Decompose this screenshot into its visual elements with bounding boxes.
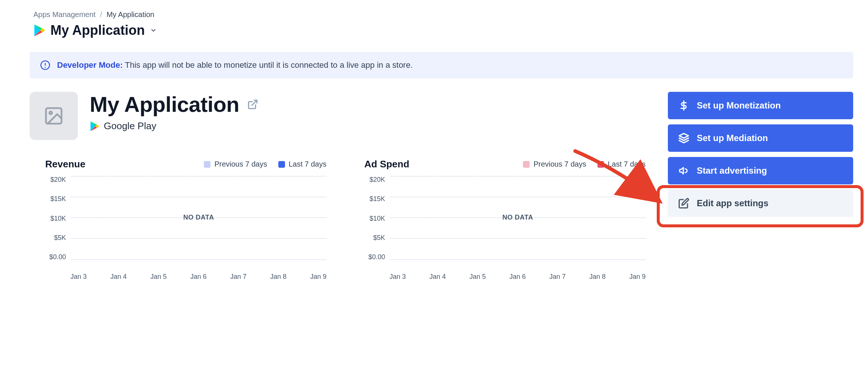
y-tick: $5K bbox=[373, 234, 385, 242]
x-tick: Jan 7 bbox=[549, 273, 566, 281]
app-header: My Application Google Play bbox=[30, 92, 646, 140]
setup-monetization-button[interactable]: Set up Monetization bbox=[668, 92, 853, 119]
developer-mode-banner: Developer Mode: This app will not be abl… bbox=[30, 52, 853, 78]
chart-revenue: Revenue Previous 7 days Last 7 days bbox=[30, 158, 327, 281]
chart-no-data: NO DATA bbox=[71, 214, 327, 221]
breadcrumb-root[interactable]: Apps Management bbox=[33, 10, 96, 19]
button-label: Start advertising bbox=[697, 166, 767, 176]
y-tick: $20K bbox=[50, 176, 66, 184]
x-tick: Jan 8 bbox=[589, 273, 606, 281]
button-label: Set up Monetization bbox=[697, 100, 781, 111]
x-tick: Jan 8 bbox=[270, 273, 286, 281]
image-placeholder-icon bbox=[43, 106, 64, 126]
banner-label: Developer Mode: bbox=[57, 60, 123, 70]
legend-swatch-prev bbox=[204, 161, 211, 168]
x-tick: Jan 6 bbox=[509, 273, 526, 281]
chart-title-adspend: Ad Spend bbox=[349, 158, 409, 170]
layers-icon bbox=[678, 133, 689, 144]
legend-label: Last 7 days bbox=[608, 160, 646, 168]
app-switcher-title: My Application bbox=[50, 23, 145, 38]
info-icon bbox=[40, 60, 50, 70]
app-switcher[interactable]: My Application bbox=[15, 23, 157, 38]
y-tick: $10K bbox=[50, 215, 66, 223]
legend-item: Last 7 days bbox=[278, 160, 327, 168]
chart-no-data: NO DATA bbox=[390, 214, 646, 221]
store-row: Google Play bbox=[90, 120, 258, 132]
app-icon-placeholder bbox=[30, 92, 78, 140]
svg-line-5 bbox=[252, 100, 257, 105]
megaphone-icon bbox=[678, 165, 689, 176]
y-tick: $10K bbox=[370, 215, 385, 223]
x-tick: Jan 7 bbox=[230, 273, 246, 281]
legend-label: Previous 7 days bbox=[214, 160, 267, 168]
breadcrumb: Apps Management / My Application bbox=[15, 10, 853, 19]
y-tick: $15K bbox=[370, 195, 385, 203]
banner-text: This app will not be able to monetize un… bbox=[125, 60, 413, 70]
x-tick: Jan 5 bbox=[150, 273, 167, 281]
y-tick: $0.00 bbox=[368, 253, 385, 261]
y-tick: $20K bbox=[370, 176, 385, 184]
x-tick: Jan 5 bbox=[470, 273, 486, 281]
legend-item: Previous 7 days bbox=[523, 160, 586, 168]
legend-label: Previous 7 days bbox=[533, 160, 586, 168]
svg-point-4 bbox=[49, 111, 52, 114]
chart-plot-revenue: NO DATA bbox=[70, 174, 327, 270]
chevron-down-icon bbox=[150, 27, 157, 34]
y-tick: $5K bbox=[54, 234, 66, 242]
x-tick: Jan 3 bbox=[390, 273, 406, 281]
chart-x-axis: Jan 3 Jan 4 Jan 5 Jan 6 Jan 7 Jan 8 Jan … bbox=[349, 273, 646, 281]
x-tick: Jan 6 bbox=[190, 273, 206, 281]
chart-y-axis: $20K $15K $10K $5K $0.00 bbox=[30, 174, 70, 270]
edit-app-settings-button[interactable]: Edit app settings bbox=[668, 190, 853, 217]
legend-swatch-last bbox=[278, 161, 285, 168]
google-play-icon bbox=[90, 121, 99, 131]
svg-marker-7 bbox=[679, 134, 689, 138]
chart-title-revenue: Revenue bbox=[30, 158, 85, 170]
legend-item: Previous 7 days bbox=[204, 160, 267, 168]
svg-point-2 bbox=[45, 67, 46, 68]
setup-mediation-button[interactable]: Set up Mediation bbox=[668, 124, 853, 152]
chart-adspend: Ad Spend Previous 7 days Last 7 days bbox=[349, 158, 646, 281]
google-play-icon bbox=[33, 24, 45, 37]
page-title: My Application bbox=[90, 92, 239, 117]
x-tick: Jan 9 bbox=[629, 273, 646, 281]
chart-legend-adspend: Previous 7 days Last 7 days bbox=[523, 160, 646, 168]
y-tick: $0.00 bbox=[49, 253, 66, 261]
y-tick: $15K bbox=[50, 195, 66, 203]
chart-plot-adspend: NO DATA bbox=[390, 174, 646, 270]
x-tick: Jan 3 bbox=[70, 273, 87, 281]
store-name: Google Play bbox=[104, 120, 156, 132]
x-tick: Jan 9 bbox=[310, 273, 327, 281]
breadcrumb-current: My Application bbox=[106, 10, 154, 19]
breadcrumb-separator: / bbox=[100, 10, 102, 19]
legend-item: Last 7 days bbox=[597, 160, 646, 168]
legend-swatch-prev bbox=[523, 161, 530, 168]
start-advertising-button[interactable]: Start advertising bbox=[668, 157, 853, 184]
legend-swatch-last bbox=[597, 161, 604, 168]
external-link-icon[interactable] bbox=[247, 99, 258, 110]
chart-legend-revenue: Previous 7 days Last 7 days bbox=[204, 160, 327, 168]
dollar-icon bbox=[678, 100, 689, 111]
banner-message: Developer Mode: This app will not be abl… bbox=[57, 60, 413, 70]
chart-y-axis: $20K $15K $10K $5K $0.00 bbox=[349, 174, 390, 270]
chart-x-axis: Jan 3 Jan 4 Jan 5 Jan 6 Jan 7 Jan 8 Jan … bbox=[30, 273, 327, 281]
x-tick: Jan 4 bbox=[430, 273, 446, 281]
edit-icon bbox=[678, 198, 689, 209]
button-label: Set up Mediation bbox=[697, 133, 768, 143]
x-tick: Jan 4 bbox=[110, 273, 127, 281]
button-label: Edit app settings bbox=[697, 198, 768, 208]
legend-label: Last 7 days bbox=[289, 160, 327, 168]
